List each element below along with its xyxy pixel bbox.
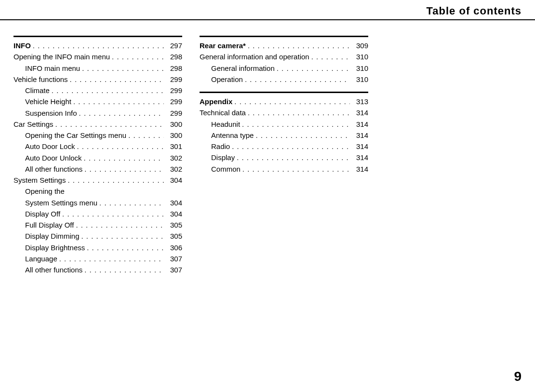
toc-row: Antenna type . . . . . . . . . . . . . .… [200,130,368,141]
toc-page: 310 [350,63,368,74]
toc-page: 302 [164,152,182,163]
page-title: Table of contents [0,0,535,19]
toc-label: Display [200,152,235,163]
toc-row: Radio . . . . . . . . . . . . . . . . . … [200,141,368,152]
toc-dots: . . . . . . . . . . . . . . . . . . . . … [75,141,164,152]
toc-row: Auto Door Unlock . . . . . . . . . . . .… [13,152,182,163]
toc-page: 298 [164,63,182,74]
toc-dots: . . . . . . . . . . . . . . . . . . . . … [246,40,350,51]
toc-page: 301 [164,141,182,152]
toc-dots: . . . . . . . . . . . . . . . . . . . . … [82,264,164,275]
toc-page: 314 [350,107,368,118]
toc-row: Display Off . . . . . . . . . . . . . . … [13,208,182,219]
toc-dots: . . . . . . . . . . . . . . . . . . . . … [241,163,350,175]
toc-row: Appendix . . . . . . . . . . . . . . . .… [200,96,368,107]
toc-row: All other functions . . . . . . . . . . … [13,264,182,275]
toc-dots: . . . . . . . . . . . . . . . . . . . . … [254,130,350,141]
toc-row: INFO main menu . . . . . . . . . . . . .… [13,63,182,74]
toc-row: Suspension Info . . . . . . . . . . . . … [13,108,182,119]
section-divider [200,92,368,93]
toc-row: Full Display Off . . . . . . . . . . . .… [13,219,182,230]
toc-label: Operation [200,74,243,85]
toc-row: Operation . . . . . . . . . . . . . . . … [200,74,368,85]
toc-row: Common . . . . . . . . . . . . . . . . .… [200,163,368,175]
toc-label: System Settings [13,175,66,186]
section-divider [13,36,182,37]
toc-row: Opening the INFO main menu . . . . . . .… [13,51,182,62]
toc-label: All other functions [13,163,82,175]
toc-row: General information . . . . . . . . . . … [200,63,368,74]
toc-label: INFO [13,40,31,51]
toc-row: Technical data . . . . . . . . . . . . .… [200,107,368,118]
toc-dots: . . . . . . . . . . . . . . . . . . . . … [275,63,350,74]
toc-dots: . . . . . . . . . . . . . . . . . . . . … [82,152,164,163]
toc-page: 309 [350,40,368,51]
toc-label: General information [200,63,275,74]
toc-label: Radio [200,141,230,152]
toc-page: 299 [164,74,182,85]
toc-dots: . . . . . . . . . . . . . . . . . . . . … [66,175,164,186]
toc-row: System Settings . . . . . . . . . . . . … [13,175,182,186]
toc-dots: . . . . . . . . . . . . . . . . . . . . … [71,96,164,107]
toc-page: 302 [164,163,182,175]
toc-page: 297 [164,40,182,51]
toc-dots: . . . . . . . . . . . . . . . . . . . . … [50,85,164,96]
toc-page: 307 [164,264,182,275]
toc-dots: . . . . . . . . . . . . . . . . . . . . … [54,119,164,130]
toc-label: Display Dimming [13,230,80,242]
toc-label: Vehicle functions [13,74,68,85]
toc-page: 299 [164,108,182,119]
toc-row: Display Dimming . . . . . . . . . . . . … [13,230,182,242]
toc-label: Car Settings [13,119,54,130]
toc-dots: . . . . . . . . . . . . . . . . . . . . … [31,40,164,51]
toc-page: 300 [164,130,182,141]
toc-label: Common [200,163,241,175]
toc-page: 314 [350,130,368,141]
toc-row: Display . . . . . . . . . . . . . . . . … [200,152,368,163]
toc-page: 305 [164,219,182,230]
toc-dots: . . . . . . . . . . . . . . . . . . . . … [80,230,164,242]
toc-label: Language [13,253,57,264]
toc-page: 310 [350,51,368,62]
toc-label: Suspension Info [13,108,77,119]
toc-row: System Settings menu . . . . . . . . . .… [13,197,182,208]
toc-page: 314 [350,119,368,130]
toc-row: Rear camera* . . . . . . . . . . . . . .… [200,40,368,51]
toc-label: Technical data [200,107,246,118]
toc-row: All other functions . . . . . . . . . . … [13,163,182,175]
toc-row: Opening the [13,186,182,197]
toc-dots: . . . . . . . . . . . . . . . . . . . . … [82,163,164,175]
toc-label: Antenna type [200,130,254,141]
toc-row: Headunit . . . . . . . . . . . . . . . .… [200,119,368,130]
toc-label: All other functions [13,264,82,275]
toc-row: Auto Door Lock . . . . . . . . . . . . .… [13,141,182,152]
toc-row: INFO . . . . . . . . . . . . . . . . . .… [13,40,182,51]
toc-dots: . . . . . . . . . . . . . . . . . . . . … [230,141,350,152]
toc-label: Opening the Car Settings menu [13,130,126,141]
toc-dots: . . . . . . . . . . . . . . . . . . . . … [85,242,164,253]
toc-page: 314 [350,141,368,152]
toc-page: 314 [350,163,368,175]
toc-page: 304 [164,197,182,208]
toc-column-1: INFO . . . . . . . . . . . . . . . . . .… [13,36,182,275]
toc-row: Car Settings . . . . . . . . . . . . . .… [13,119,182,130]
toc-dots: . . . . . . . . . . . . . . . . . . . . … [235,152,350,163]
toc-label: Opening the [13,186,65,197]
page-number: 9 [514,369,522,384]
toc-label: Auto Door Lock [13,141,75,152]
toc-page: 299 [164,96,182,107]
toc-page: 310 [350,74,368,85]
toc-row: Vehicle Height . . . . . . . . . . . . .… [13,96,182,107]
toc-dots: . . . . . . . . . . . . . . . . . . . . … [68,74,164,85]
toc-dots: . . . . . . . . . . . . . . . . . . . . … [97,197,164,208]
toc-label: Full Display Off [13,219,74,230]
toc-dots: . . . . . . . . . . . . . . . . . . . . … [309,51,350,62]
toc-row: Climate . . . . . . . . . . . . . . . . … [13,85,182,96]
toc-dots: . . . . . . . . . . . . . . . . . . . . … [57,253,164,264]
toc-page: 304 [164,208,182,219]
toc-row: Language . . . . . . . . . . . . . . . .… [13,253,182,264]
toc-row: General information and operation . . . … [200,51,368,62]
toc-page: 304 [164,175,182,186]
toc-dots: . . . . . . . . . . . . . . . . . . . . … [246,107,350,118]
toc-dots: . . . . . . . . . . . . . . . . . . . . … [60,208,164,219]
